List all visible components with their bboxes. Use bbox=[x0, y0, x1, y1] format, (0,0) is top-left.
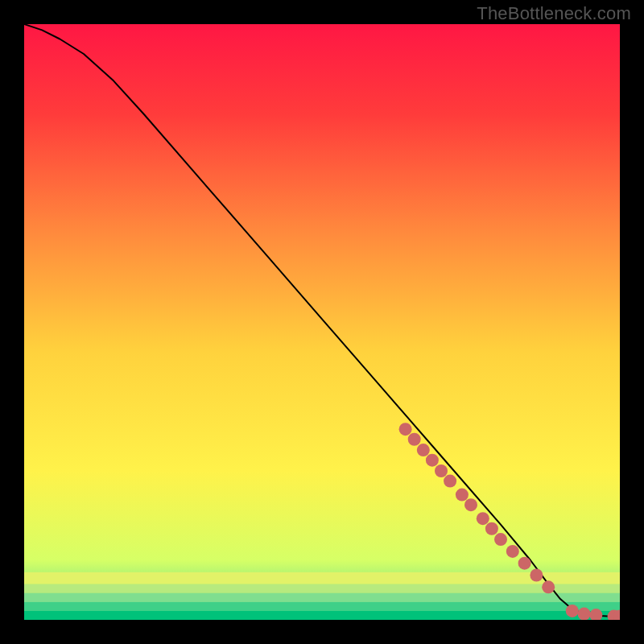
watermark-text: TheBottleneck.com bbox=[477, 3, 631, 24]
data-point bbox=[444, 475, 456, 488]
chart-background bbox=[24, 24, 620, 620]
data-point bbox=[435, 464, 448, 477]
data-point bbox=[494, 533, 507, 546]
chart-bottom-band bbox=[24, 584, 620, 593]
data-point bbox=[417, 444, 430, 456]
data-point bbox=[542, 580, 555, 593]
data-point bbox=[399, 423, 412, 436]
data-point bbox=[518, 557, 531, 570]
bottleneck-chart bbox=[24, 24, 620, 620]
chart-bottom-band bbox=[24, 602, 620, 611]
chart-bottom-band bbox=[24, 611, 620, 620]
chart-bottom-band bbox=[24, 593, 620, 602]
data-point bbox=[464, 498, 477, 511]
data-point bbox=[477, 512, 489, 525]
data-point bbox=[408, 433, 421, 446]
data-point bbox=[578, 608, 591, 620]
data-point bbox=[506, 545, 519, 558]
data-point bbox=[456, 489, 469, 502]
data-point bbox=[426, 454, 439, 467]
data-point bbox=[530, 569, 543, 582]
chart-svg bbox=[24, 24, 620, 620]
data-point bbox=[485, 522, 498, 535]
data-point bbox=[566, 605, 579, 617]
